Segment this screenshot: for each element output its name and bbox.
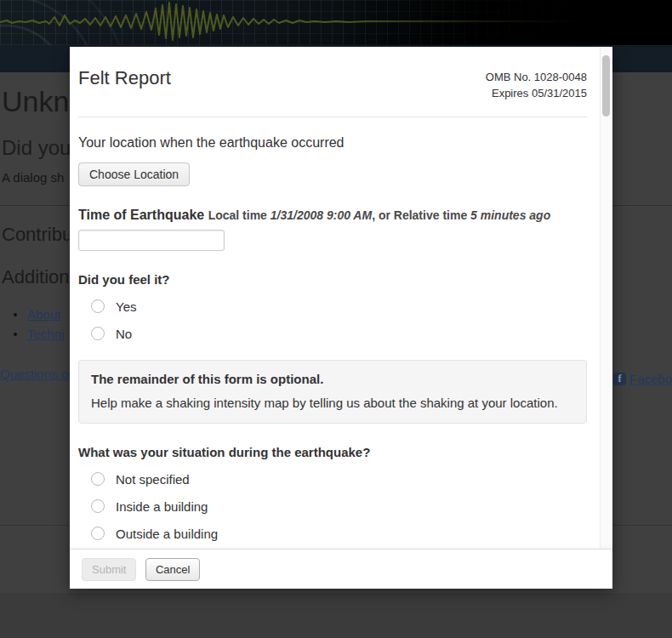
time-of-earthquake-input[interactable] (78, 230, 225, 251)
situation-option-not-specified[interactable]: Not specified (91, 472, 587, 487)
radio-icon[interactable] (91, 472, 105, 486)
local-time-prefix: Local time (208, 208, 271, 222)
facebook-row: f Facebook (613, 372, 672, 386)
about-link[interactable]: About (27, 307, 60, 322)
did-you-feel-it-question: Did you feel it? (78, 272, 587, 287)
choose-location-button[interactable]: Choose Location (78, 162, 190, 186)
optional-note-title: The remainder of this form is optional. (91, 372, 574, 386)
felt-report-dialog: Felt Report OMB No. 1028-0048 Expires 05… (70, 47, 612, 589)
optional-note-box: The remainder of this form is optional. … (78, 360, 587, 424)
dialog-header: Felt Report OMB No. 1028-0048 Expires 05… (78, 47, 587, 102)
radio-label: Outside a building (116, 527, 218, 541)
questions-comments-link[interactable]: Questions or (0, 367, 72, 381)
contributed-heading: Contribu (2, 224, 72, 246)
facebook-icon: f (613, 373, 626, 385)
dialog-note-text: A dialog sh (2, 170, 64, 185)
time-of-earthquake-label: Time of Earthquake Local time 1/31/2008 … (78, 208, 587, 223)
dialog-scroll-area: Felt Report OMB No. 1028-0048 Expires 05… (70, 47, 612, 549)
location-section-label: Your location when the earthquake occurr… (78, 135, 587, 151)
radio-label: No (116, 327, 132, 341)
header-divider (78, 117, 587, 117)
time-separator: , or (372, 208, 394, 222)
dialog-title: Felt Report (78, 67, 171, 89)
omb-expiration: Expires 05/31/2015 (486, 86, 587, 102)
feel-option-yes[interactable]: Yes (91, 299, 587, 314)
radio-icon[interactable] (91, 499, 105, 513)
technical-link[interactable]: Techni (27, 327, 64, 341)
optional-note-body: Help make a shaking intensity map by tel… (91, 396, 574, 410)
feel-option-no[interactable]: No (91, 327, 587, 341)
relative-time-prefix: Relative time (394, 208, 470, 222)
relative-time-value: 5 minutes ago (470, 208, 550, 222)
radio-icon[interactable] (91, 327, 105, 340)
situation-option-inside-building[interactable]: Inside a building (91, 499, 587, 514)
local-time-value: 1/31/2008 9:00 AM (271, 208, 372, 222)
additional-heading: Addition (2, 266, 70, 288)
list-item: Techni (14, 324, 64, 344)
radio-icon[interactable] (91, 299, 105, 313)
did-you-feel-it-heading: Did you (2, 136, 71, 160)
radio-label: Not specified (116, 472, 190, 487)
omb-number: OMB No. 1028-0048 (486, 70, 587, 86)
bullet-icon (14, 313, 17, 316)
footer-band (0, 593, 672, 638)
dialog-footer: Submit Cancel (70, 549, 612, 589)
situation-option-outside-building[interactable]: Outside a building (91, 527, 587, 541)
time-label: Time of Earthquake (78, 208, 208, 222)
radio-label: Inside a building (116, 499, 208, 514)
submit-button[interactable]: Submit (82, 558, 136, 581)
list-item: About (14, 305, 64, 324)
situation-question: What was your situation during the earth… (78, 445, 587, 459)
cancel-button[interactable]: Cancel (145, 558, 200, 581)
scrollbar-thumb[interactable] (602, 55, 610, 117)
bullet-icon (14, 333, 17, 336)
radio-icon[interactable] (91, 527, 105, 540)
radio-label: Yes (116, 299, 136, 314)
dialog-scrollbar[interactable] (600, 48, 612, 548)
omb-info: OMB No. 1028-0048 Expires 05/31/2015 (486, 67, 587, 102)
facebook-link[interactable]: Facebook (629, 372, 672, 386)
additional-links-list: About Techni (14, 305, 64, 344)
